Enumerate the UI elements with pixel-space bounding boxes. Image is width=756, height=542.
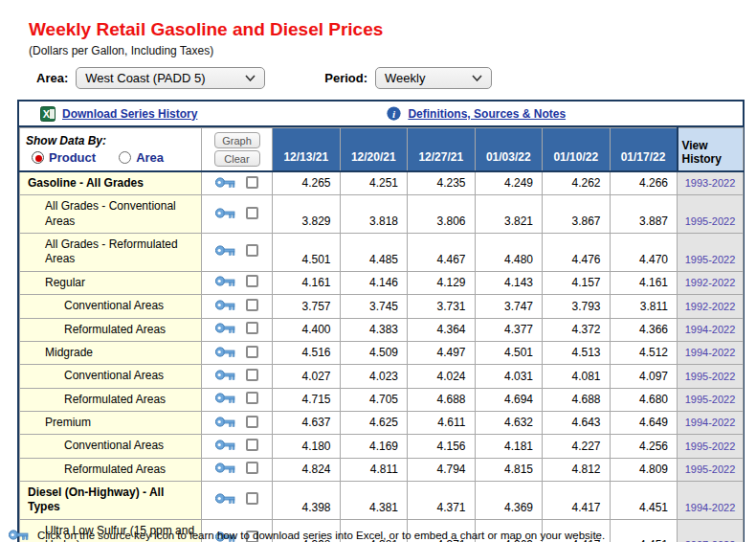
product-label: All Grades - Reformulated Areas: [20, 234, 202, 272]
price-value: 4.381: [340, 482, 408, 520]
source-key-icon[interactable]: [215, 439, 235, 451]
view-history-link[interactable]: 1995-2022: [685, 463, 736, 475]
view-history-cell: 1994-2022: [678, 341, 744, 364]
table-row: All Grades - Reformulated Areas4.5014.48…: [20, 234, 744, 272]
view-history-cell: 1995-2022: [678, 458, 744, 481]
series-checkbox[interactable]: [246, 346, 258, 358]
area-radio[interactable]: [119, 151, 131, 164]
price-value: 4.470: [610, 234, 678, 272]
info-icon[interactable]: i: [387, 106, 401, 121]
source-key-icon[interactable]: [215, 369, 235, 381]
price-value: 4.688: [543, 388, 611, 411]
download-series-history-link[interactable]: Download Series History: [62, 107, 197, 121]
price-value: 3.745: [340, 295, 408, 318]
area-select[interactable]: West Coast (PADD 5): [76, 67, 265, 89]
definitions-sources-notes-link[interactable]: Definitions, Sources & Notes: [408, 107, 566, 121]
series-key-cell: [202, 435, 273, 458]
series-checkbox[interactable]: [246, 176, 258, 189]
source-key-icon[interactable]: [215, 322, 235, 334]
series-key-cell: [202, 318, 273, 341]
view-history-link[interactable]: 1993-2022: [685, 177, 736, 189]
series-checkbox[interactable]: [246, 244, 258, 257]
product-label: Reformulated Areas: [20, 458, 202, 481]
table-header-row: Show Data By: Product Area Graph: [20, 128, 744, 172]
product-radio[interactable]: [32, 151, 44, 164]
view-history-link[interactable]: 1995-2022: [685, 440, 736, 452]
series-checkbox[interactable]: [246, 462, 258, 474]
series-checkbox[interactable]: [246, 322, 258, 334]
series-checkbox[interactable]: [246, 299, 258, 311]
view-history-link[interactable]: 1995-2022: [685, 394, 736, 405]
page-title: Weekly Retail Gasoline and Diesel Prices: [29, 19, 383, 40]
table-row: Premium4.6374.6254.6114.6324.6434.649199…: [20, 411, 744, 434]
series-checkbox[interactable]: [246, 492, 258, 505]
price-value: 4.398: [273, 482, 341, 520]
area-radio-label: Area: [136, 150, 164, 165]
price-value: 4.497: [408, 341, 476, 364]
view-history-link[interactable]: 1994-2022: [685, 502, 736, 513]
price-value: 4.249: [475, 171, 543, 195]
product-label: Midgrade: [20, 341, 202, 364]
view-history-cell: 1995-2022: [678, 195, 744, 234]
chevron-down-icon: [245, 75, 256, 81]
source-key-icon[interactable]: [215, 299, 235, 311]
source-key-icon[interactable]: [215, 244, 235, 257]
radio-option-area[interactable]: Area: [119, 150, 164, 165]
view-history-link[interactable]: 1995-2022: [685, 254, 736, 265]
view-history-link[interactable]: 1995-2022: [685, 215, 736, 227]
series-key-cell: [202, 365, 273, 388]
series-key-cell: [202, 341, 273, 364]
view-history-link[interactable]: 1994-2022: [685, 417, 736, 428]
source-key-icon[interactable]: [215, 176, 235, 189]
view-history-link[interactable]: 1995-2022: [685, 371, 736, 382]
price-value: 3.818: [340, 195, 408, 234]
series-checkbox[interactable]: [246, 392, 258, 404]
price-value: 4.680: [610, 388, 678, 411]
source-key-icon[interactable]: [215, 416, 235, 428]
view-history-cell: 1992-2022: [678, 271, 744, 294]
table-row: Reformulated Areas4.4004.3834.3644.3774.…: [20, 318, 744, 341]
product-radio-label: Product: [49, 150, 96, 165]
source-key-icon[interactable]: [215, 346, 235, 358]
view-history-cell: 1993-2022: [678, 171, 744, 195]
clear-button[interactable]: Clear: [214, 150, 260, 167]
price-value: 4.688: [408, 388, 476, 411]
table-row: Reformulated Areas4.7154.7054.6884.6944.…: [20, 388, 744, 411]
period-select[interactable]: Weekly: [375, 67, 492, 89]
series-checkbox[interactable]: [246, 439, 258, 451]
source-key-icon[interactable]: [215, 492, 235, 505]
excel-icon[interactable]: X: [40, 106, 56, 122]
price-value: 4.694: [475, 388, 543, 411]
source-key-icon[interactable]: [215, 392, 235, 404]
view-history-cell: 1995-2022: [678, 435, 744, 458]
view-history-link[interactable]: 1994-2022: [685, 324, 736, 335]
view-history-link[interactable]: 1992-2022: [685, 301, 736, 312]
view-history-link[interactable]: 1994-2022: [685, 347, 736, 358]
footer-note-text: Click on the source key icon to learn ho…: [37, 530, 605, 541]
price-value: 4.811: [340, 458, 408, 481]
page-subtitle: (Dollars per Gallon, Including Taxes): [29, 44, 213, 57]
product-label: Conventional Areas: [20, 295, 202, 318]
view-history-cell: 1994-2022: [678, 482, 744, 520]
price-value: 4.097: [610, 365, 678, 388]
source-key-icon[interactable]: [215, 275, 235, 287]
product-label: Diesel (On-Highway) - All Types: [20, 482, 202, 520]
view-history-link[interactable]: 1992-2022: [685, 277, 736, 288]
table-row: Regular4.1614.1464.1294.1434.1574.161199…: [20, 271, 744, 294]
series-checkbox[interactable]: [246, 275, 258, 287]
price-value: 3.821: [475, 195, 543, 234]
product-label: Conventional Areas: [20, 435, 202, 458]
period-select-value: Weekly: [385, 71, 425, 85]
series-checkbox[interactable]: [246, 369, 258, 381]
graph-button[interactable]: Graph: [214, 132, 260, 148]
source-key-icon[interactable]: [215, 462, 235, 474]
radio-option-product[interactable]: Product: [32, 150, 96, 165]
price-value: 4.143: [475, 271, 543, 294]
series-checkbox[interactable]: [246, 416, 258, 428]
series-key-cell: [202, 195, 273, 234]
price-value: 3.829: [273, 195, 341, 234]
price-value: 4.364: [408, 318, 476, 341]
source-key-icon[interactable]: [215, 207, 235, 219]
series-checkbox[interactable]: [246, 207, 258, 219]
price-value: 4.824: [273, 458, 341, 481]
